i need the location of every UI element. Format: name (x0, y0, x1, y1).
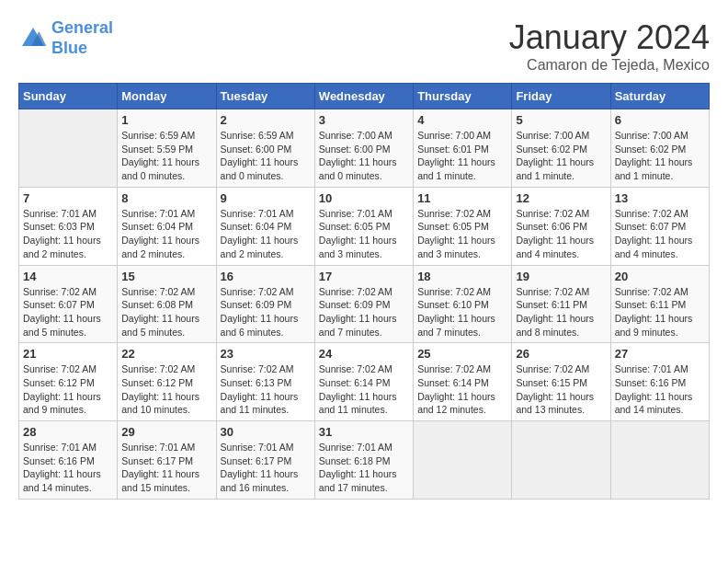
day-number: 2 (221, 113, 311, 127)
calendar-table: SundayMondayTuesdayWednesdayThursdayFrid… (18, 83, 710, 500)
calendar-cell: 30Sunrise: 7:01 AM Sunset: 6:17 PM Dayli… (216, 421, 314, 500)
day-number: 3 (319, 113, 409, 127)
day-info: Sunrise: 7:02 AM Sunset: 6:09 PM Dayligh… (319, 285, 409, 339)
calendar-cell: 7Sunrise: 7:01 AM Sunset: 6:03 PM Daylig… (19, 187, 118, 265)
day-number: 4 (417, 113, 507, 127)
logo: General Blue (18, 18, 113, 58)
day-info: Sunrise: 7:02 AM Sunset: 6:10 PM Dayligh… (417, 285, 507, 339)
day-number: 10 (319, 191, 409, 205)
header-wednesday: Wednesday (314, 84, 413, 109)
day-number: 22 (121, 347, 211, 361)
calendar-cell: 16Sunrise: 7:02 AM Sunset: 6:09 PM Dayli… (216, 265, 314, 343)
day-number: 13 (615, 191, 705, 205)
day-number: 6 (615, 113, 705, 127)
calendar-cell: 26Sunrise: 7:02 AM Sunset: 6:15 PM Dayli… (512, 343, 610, 421)
day-info: Sunrise: 7:01 AM Sunset: 6:16 PM Dayligh… (23, 441, 113, 495)
week-row-3: 14Sunrise: 7:02 AM Sunset: 6:07 PM Dayli… (19, 265, 710, 343)
day-info: Sunrise: 7:00 AM Sunset: 6:00 PM Dayligh… (319, 129, 409, 183)
header-thursday: Thursday (414, 84, 512, 109)
day-info: Sunrise: 7:01 AM Sunset: 6:16 PM Dayligh… (615, 362, 705, 417)
day-info: Sunrise: 7:02 AM Sunset: 6:14 PM Dayligh… (417, 362, 507, 417)
day-number: 15 (121, 270, 211, 283)
logo-icon (18, 24, 48, 53)
calendar-cell: 3Sunrise: 7:00 AM Sunset: 6:00 PM Daylig… (314, 109, 413, 188)
day-number: 9 (221, 191, 311, 205)
day-number: 17 (319, 270, 409, 283)
calendar-cell: 5Sunrise: 7:00 AM Sunset: 6:02 PM Daylig… (512, 109, 610, 188)
calendar-header-row: SundayMondayTuesdayWednesdayThursdayFrid… (19, 84, 710, 109)
title-block: January 2024 Camaron de Tejeda, Mexico (509, 18, 710, 74)
week-row-2: 7Sunrise: 7:01 AM Sunset: 6:03 PM Daylig… (19, 187, 710, 265)
calendar-cell (414, 421, 512, 500)
day-number: 27 (615, 347, 705, 361)
calendar-cell (512, 421, 610, 500)
calendar-cell: 20Sunrise: 7:02 AM Sunset: 6:11 PM Dayli… (610, 265, 709, 343)
calendar-cell: 6Sunrise: 7:00 AM Sunset: 6:02 PM Daylig… (610, 109, 709, 188)
header-sunday: Sunday (19, 84, 118, 109)
header-saturday: Saturday (610, 84, 709, 109)
week-row-5: 28Sunrise: 7:01 AM Sunset: 6:16 PM Dayli… (19, 421, 710, 500)
day-number: 12 (516, 191, 606, 205)
day-info: Sunrise: 7:01 AM Sunset: 6:03 PM Dayligh… (23, 207, 113, 261)
calendar-cell: 14Sunrise: 7:02 AM Sunset: 6:07 PM Dayli… (19, 265, 118, 343)
day-number: 29 (121, 425, 211, 439)
day-number: 7 (23, 191, 113, 205)
calendar-cell (610, 421, 709, 500)
day-info: Sunrise: 7:02 AM Sunset: 6:14 PM Dayligh… (319, 362, 409, 417)
calendar-cell: 28Sunrise: 7:01 AM Sunset: 6:16 PM Dayli… (19, 421, 118, 500)
header-tuesday: Tuesday (216, 84, 314, 109)
calendar-cell: 10Sunrise: 7:01 AM Sunset: 6:05 PM Dayli… (314, 187, 413, 265)
calendar-cell (19, 109, 118, 188)
day-number: 21 (23, 347, 113, 361)
calendar-cell: 1Sunrise: 6:59 AM Sunset: 5:59 PM Daylig… (118, 109, 216, 188)
day-info: Sunrise: 7:00 AM Sunset: 6:02 PM Dayligh… (615, 129, 705, 183)
week-row-1: 1Sunrise: 6:59 AM Sunset: 5:59 PM Daylig… (19, 109, 710, 188)
day-number: 31 (319, 425, 409, 439)
day-number: 16 (221, 270, 311, 283)
day-info: Sunrise: 7:01 AM Sunset: 6:17 PM Dayligh… (121, 441, 211, 495)
day-info: Sunrise: 7:01 AM Sunset: 6:04 PM Dayligh… (121, 207, 211, 261)
day-number: 28 (23, 425, 113, 439)
day-number: 14 (23, 270, 113, 283)
day-number: 18 (417, 270, 507, 283)
day-info: Sunrise: 6:59 AM Sunset: 6:00 PM Dayligh… (221, 129, 311, 183)
day-info: Sunrise: 7:01 AM Sunset: 6:17 PM Dayligh… (221, 441, 311, 495)
day-info: Sunrise: 7:00 AM Sunset: 6:01 PM Dayligh… (417, 129, 507, 183)
day-info: Sunrise: 7:02 AM Sunset: 6:09 PM Dayligh… (221, 285, 311, 339)
calendar-cell: 13Sunrise: 7:02 AM Sunset: 6:07 PM Dayli… (610, 187, 709, 265)
calendar-cell: 11Sunrise: 7:02 AM Sunset: 6:05 PM Dayli… (414, 187, 512, 265)
day-info: Sunrise: 6:59 AM Sunset: 5:59 PM Dayligh… (121, 129, 211, 183)
day-info: Sunrise: 7:02 AM Sunset: 6:05 PM Dayligh… (417, 207, 507, 261)
location-title: Camaron de Tejeda, Mexico (509, 57, 710, 74)
page-header: General Blue January 2024 Camaron de Tej… (18, 18, 710, 74)
calendar-cell: 9Sunrise: 7:01 AM Sunset: 6:04 PM Daylig… (216, 187, 314, 265)
day-info: Sunrise: 7:02 AM Sunset: 6:11 PM Dayligh… (615, 285, 705, 339)
day-info: Sunrise: 7:01 AM Sunset: 6:04 PM Dayligh… (221, 207, 311, 261)
logo-text: General Blue (51, 18, 113, 58)
calendar-cell: 19Sunrise: 7:02 AM Sunset: 6:11 PM Dayli… (512, 265, 610, 343)
header-monday: Monday (118, 84, 216, 109)
day-number: 26 (516, 347, 606, 361)
day-info: Sunrise: 7:02 AM Sunset: 6:07 PM Dayligh… (23, 285, 113, 339)
calendar-cell: 2Sunrise: 6:59 AM Sunset: 6:00 PM Daylig… (216, 109, 314, 188)
calendar-cell: 29Sunrise: 7:01 AM Sunset: 6:17 PM Dayli… (118, 421, 216, 500)
day-number: 24 (319, 347, 409, 361)
day-number: 11 (417, 191, 507, 205)
day-info: Sunrise: 7:02 AM Sunset: 6:06 PM Dayligh… (516, 207, 606, 261)
calendar-cell: 24Sunrise: 7:02 AM Sunset: 6:14 PM Dayli… (314, 343, 413, 421)
month-title: January 2024 (509, 18, 710, 57)
day-number: 8 (121, 191, 211, 205)
calendar-cell: 8Sunrise: 7:01 AM Sunset: 6:04 PM Daylig… (118, 187, 216, 265)
calendar-cell: 12Sunrise: 7:02 AM Sunset: 6:06 PM Dayli… (512, 187, 610, 265)
day-info: Sunrise: 7:01 AM Sunset: 6:18 PM Dayligh… (319, 441, 409, 495)
calendar-cell: 31Sunrise: 7:01 AM Sunset: 6:18 PM Dayli… (314, 421, 413, 500)
day-info: Sunrise: 7:02 AM Sunset: 6:11 PM Dayligh… (516, 285, 606, 339)
day-info: Sunrise: 7:02 AM Sunset: 6:12 PM Dayligh… (121, 362, 211, 417)
day-info: Sunrise: 7:02 AM Sunset: 6:08 PM Dayligh… (121, 285, 211, 339)
day-info: Sunrise: 7:02 AM Sunset: 6:15 PM Dayligh… (516, 362, 606, 417)
day-number: 23 (221, 347, 311, 361)
day-info: Sunrise: 7:02 AM Sunset: 6:07 PM Dayligh… (615, 207, 705, 261)
day-number: 5 (516, 113, 606, 127)
day-number: 19 (516, 270, 606, 283)
calendar-cell: 15Sunrise: 7:02 AM Sunset: 6:08 PM Dayli… (118, 265, 216, 343)
